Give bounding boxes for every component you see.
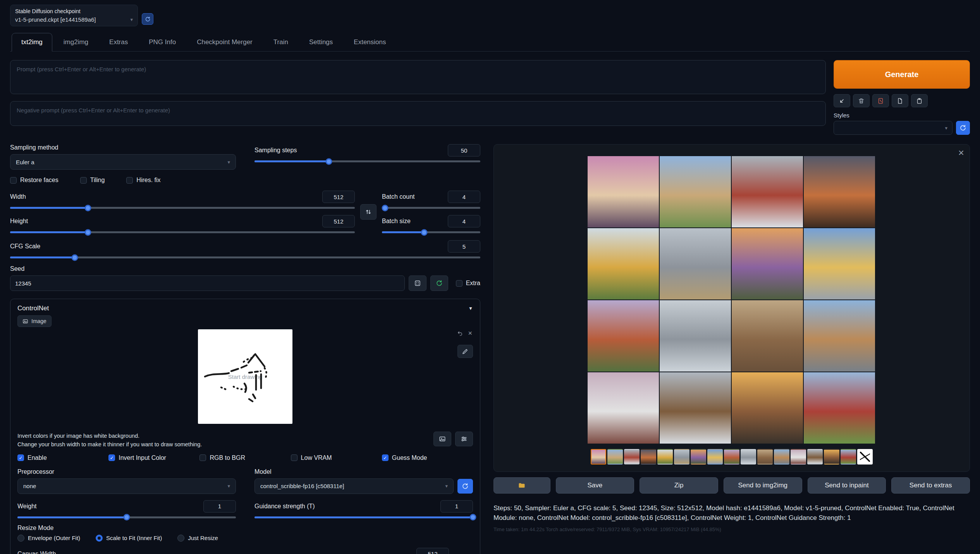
reuse-seed-button[interactable] [430, 275, 448, 291]
prompt-input[interactable] [10, 60, 826, 94]
tab-img2img[interactable]: img2img [54, 33, 98, 52]
gallery-image-8[interactable] [804, 228, 875, 299]
gallery-image-10[interactable] [660, 300, 731, 372]
canvas-settings-button[interactable] [455, 432, 473, 446]
gallery-image-13[interactable] [588, 372, 659, 444]
negative-prompt-input[interactable] [10, 101, 826, 126]
thumbnail-15[interactable] [824, 449, 839, 465]
slider-handle[interactable] [421, 229, 427, 236]
tab-settings[interactable]: Settings [299, 33, 342, 52]
checkbox-guess-mode[interactable]: ✓Guess Mode [382, 454, 473, 461]
sampling-steps-slider[interactable] [254, 160, 480, 162]
preprocessor-select[interactable]: none ▾ [17, 478, 236, 494]
tab-png-info[interactable]: PNG Info [139, 33, 186, 52]
tab-extras[interactable]: Extras [100, 33, 138, 52]
styles-refresh-button[interactable] [956, 121, 970, 135]
checkbox-restore-faces[interactable]: Restore faces [10, 177, 58, 184]
radio-scale-to-fit-inner-fit[interactable]: Scale to Fit (Inner Fit) [96, 535, 162, 542]
thumbnail-10[interactable] [741, 449, 756, 465]
paste-params-button[interactable] [834, 94, 850, 107]
model-refresh-button[interactable] [457, 479, 473, 494]
tab-image[interactable]: Image [17, 315, 52, 327]
gallery-image-9[interactable] [588, 300, 659, 372]
gallery-image-11[interactable] [732, 300, 803, 372]
cfg-scale-input[interactable] [448, 240, 480, 253]
clear-canvas-button[interactable]: × [468, 330, 472, 336]
slider-handle[interactable] [84, 205, 91, 211]
batch-count-input[interactable] [448, 191, 480, 203]
checkpoint-refresh-button[interactable] [142, 13, 153, 25]
brush-button[interactable] [457, 345, 473, 358]
tab-extensions[interactable]: Extensions [344, 33, 395, 52]
send-to-inpaint-button[interactable]: Send to inpaint [808, 477, 886, 494]
undo-button[interactable] [457, 330, 463, 336]
thumbnail-4[interactable] [641, 449, 656, 465]
generate-button[interactable]: Generate [834, 60, 970, 89]
swap-dimensions-button[interactable] [360, 204, 377, 220]
guidance-strength-slider[interactable] [254, 516, 473, 518]
thumbnail-6[interactable] [674, 449, 689, 465]
width-slider[interactable] [10, 207, 355, 209]
gallery-image-12[interactable] [804, 300, 875, 372]
weight-slider[interactable] [17, 516, 236, 518]
thumbnail-16[interactable] [841, 449, 856, 465]
thumbnail-14[interactable] [807, 449, 823, 465]
tab-checkpoint-merger[interactable]: Checkpoint Merger [187, 33, 262, 52]
gallery-image-16[interactable] [804, 372, 875, 444]
slider-handle[interactable] [382, 205, 388, 211]
gallery-image-2[interactable] [660, 156, 731, 227]
checkbox-low-vram[interactable]: Low VRAM [291, 454, 382, 461]
thumbnail-1[interactable] [591, 449, 606, 465]
random-seed-button[interactable] [409, 275, 426, 291]
apply-style-button[interactable] [892, 94, 908, 107]
close-gallery-button[interactable]: × [958, 147, 964, 159]
slider-handle[interactable] [470, 514, 476, 521]
thumbnail-3[interactable] [624, 449, 640, 465]
guidance-strength-input[interactable] [440, 500, 473, 513]
canvas-width-input[interactable] [416, 548, 449, 554]
extra-networks-button[interactable] [872, 94, 889, 107]
weight-input[interactable] [203, 500, 236, 513]
cfg-scale-slider[interactable] [10, 256, 480, 258]
gallery-image-4[interactable] [804, 156, 875, 227]
gallery-image-15[interactable] [732, 372, 803, 444]
save-button[interactable]: Save [556, 477, 634, 494]
width-input[interactable] [322, 191, 355, 203]
thumbnail-2[interactable] [607, 449, 623, 465]
checkbox-rgb-to-bgr[interactable]: RGB to BGR [199, 454, 291, 461]
thumbnail-8[interactable] [707, 449, 723, 465]
tab-txt2img[interactable]: txt2img [12, 33, 52, 52]
gallery-image-3[interactable] [732, 156, 803, 227]
seed-input[interactable] [10, 275, 405, 291]
checkbox-extra[interactable]: Extra [456, 280, 480, 287]
send-to-extras-button[interactable]: Send to extras [891, 477, 970, 494]
controlnet-header[interactable]: ControlNet ▼ [17, 305, 473, 312]
styles-select[interactable]: ▾ [834, 121, 952, 135]
checkbox-enable[interactable]: ✓Enable [17, 454, 108, 461]
height-input[interactable] [322, 215, 355, 227]
height-slider[interactable] [10, 231, 355, 233]
gallery-image-14[interactable] [660, 372, 731, 444]
slider-handle[interactable] [325, 158, 332, 165]
sampling-method-select[interactable]: Euler a ▾ [10, 154, 236, 170]
gallery-image-1[interactable] [588, 156, 659, 227]
slider-handle[interactable] [84, 229, 91, 236]
checkpoint-select[interactable]: v1-5-pruned.ckpt [e1441589a6] ▾ [15, 16, 133, 23]
tab-train[interactable]: Train [264, 33, 298, 52]
sampling-steps-input[interactable] [448, 144, 480, 157]
zip-button[interactable]: Zip [640, 477, 718, 494]
checkbox-tiling[interactable]: Tiling [80, 177, 105, 184]
thumbnail-13[interactable] [791, 449, 806, 465]
checkbox-hires-fix[interactable]: Hires. fix [126, 177, 160, 184]
batch-size-input[interactable] [448, 215, 480, 227]
save-style-button[interactable] [911, 94, 928, 107]
thumbnail-9[interactable] [724, 449, 739, 465]
slider-handle[interactable] [124, 514, 130, 521]
controlnet-model-select[interactable]: control_scribble-fp16 [c508311e] ▾ [254, 478, 454, 494]
slider-handle[interactable] [72, 254, 78, 261]
gallery-image-5[interactable] [588, 228, 659, 299]
thumbnail-scribble[interactable] [857, 449, 873, 465]
thumbnail-12[interactable] [774, 449, 789, 465]
thumbnail-11[interactable] [757, 449, 773, 465]
gallery-image-7[interactable] [732, 228, 803, 299]
